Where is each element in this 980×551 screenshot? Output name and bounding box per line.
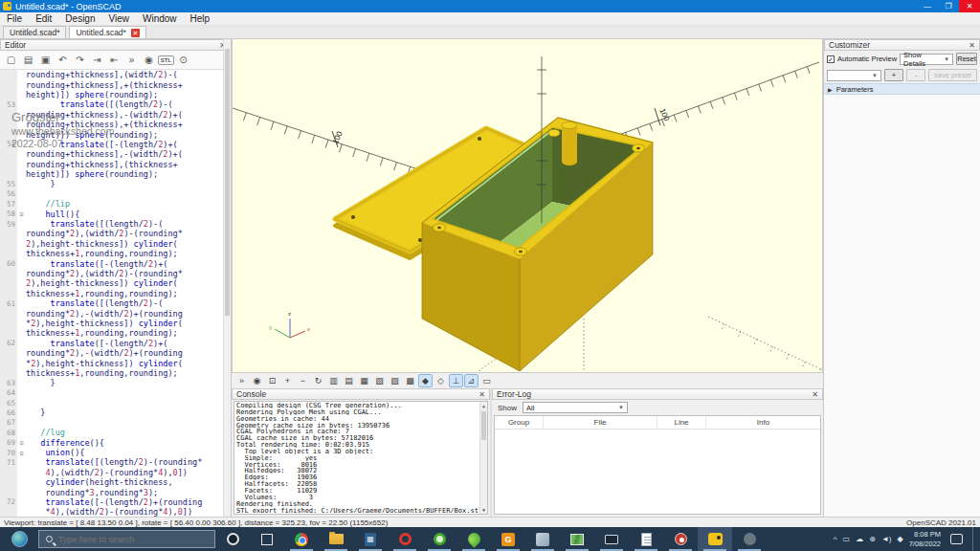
start-button[interactable] [0, 527, 38, 551]
code-line[interactable]: rounding+thickness],(width/2)-(↩ [0, 70, 231, 79]
new-icon[interactable]: ▢ [3, 53, 19, 68]
menu-view[interactable]: View [102, 12, 137, 25]
reset-button[interactable]: Reset [956, 53, 977, 65]
taskbar-icon-app-document[interactable] [629, 527, 663, 551]
code-editor[interactable]: rounding+thickness],(width/2)-(↩rounding… [0, 70, 231, 517]
code-line[interactable]: 67 [0, 418, 231, 428]
code-line[interactable]: *2),height-thickness]) cylinder(↩ [0, 358, 231, 367]
unindent-icon[interactable]: ⇤ [106, 53, 122, 68]
code-line[interactable]: height)]) sphere(rounding); [0, 90, 231, 99]
undo-icon[interactable]: ↶ [55, 53, 71, 68]
code-line[interactable]: 71 translate([(length/2)-(rounding*↩ [0, 457, 231, 467]
show-axes-icon[interactable]: ⊥ [449, 374, 463, 387]
tray-icon[interactable]: ☁ [856, 535, 863, 543]
render-icon[interactable]: ◉ [250, 374, 264, 387]
taskbar-clock[interactable]: 8:08 PM 7/08/2022 [909, 530, 941, 549]
console-output[interactable]: ▲▼ Compiling design (CSG Tree generation… [234, 401, 488, 515]
taskbar-icon-app-gray-3d[interactable] [525, 527, 560, 551]
show-wireframe-icon[interactable]: ◇ [434, 374, 448, 387]
taskbar-search[interactable] [38, 530, 215, 548]
code-line[interactable]: thickness+1,rounding,rounding); [0, 328, 231, 338]
code-line[interactable]: 58⊟ hull(){ [0, 209, 231, 218]
export-image-icon[interactable]: ⊙ [175, 53, 191, 68]
code-line[interactable]: 60 translate([-(length/2)+(↩ [0, 258, 231, 268]
taskbar-icon-opera[interactable] [388, 527, 422, 551]
taskbar-icon-chrome[interactable] [284, 527, 319, 551]
taskbar-icon-cortana[interactable] [215, 527, 250, 551]
tray-icon[interactable]: ▭ [843, 535, 851, 543]
code-line[interactable]: height)]) sphere(rounding); [0, 129, 231, 139]
show-surface-icon[interactable]: ◆ [418, 374, 433, 387]
view-top-icon[interactable]: ▤ [342, 374, 356, 387]
taskbar-icon-app-green-drop[interactable] [457, 527, 491, 551]
3d-viewport[interactable]: 100 100 [232, 39, 823, 373]
preview-icon[interactable]: » [123, 53, 140, 68]
code-line[interactable]: 53 translate([(length/2)-(↩ [0, 99, 231, 109]
code-line[interactable]: 59 translate([(length/2)-(↩ [0, 219, 231, 229]
render-icon[interactable]: ◉ [141, 53, 157, 68]
menu-file[interactable]: File [0, 12, 29, 25]
code-line[interactable]: rounding*2),-(width/2)+(rounding↩ [0, 308, 231, 318]
code-line[interactable]: 68 //lug [0, 428, 231, 437]
view-front-icon[interactable]: ▨ [388, 374, 402, 387]
tray-icon[interactable]: ◆ [897, 535, 902, 543]
code-line[interactable]: rounding+thickness],(thickness+↩ [0, 160, 231, 169]
tray-icon[interactable]: ◄) [881, 535, 892, 543]
code-line[interactable]: rounding+thickness),+(thickness+↩ [0, 120, 231, 129]
show-desktop-button[interactable] [972, 527, 976, 551]
close-button[interactable]: ✕ [959, 0, 980, 12]
parameters-section[interactable]: ▶ Parameters [824, 83, 980, 95]
code-line[interactable]: 63 } [0, 378, 231, 387]
view-back-icon[interactable]: ▩ [403, 374, 417, 387]
reset-view-icon[interactable]: ↻ [311, 374, 325, 387]
code-line[interactable]: 55 } [0, 179, 231, 188]
view-all-icon[interactable]: ▭ [479, 374, 494, 387]
search-input[interactable] [58, 535, 183, 544]
code-line[interactable]: 61 translate([(length/2)-(↩ [0, 298, 231, 308]
code-line[interactable]: 2),height-thickness]) cylinder(↩ [0, 239, 231, 249]
code-line[interactable]: *4),(width/2)-(rounding*4),0])↩ [0, 507, 231, 517]
maximize-button[interactable]: ❐ [938, 0, 959, 12]
taskbar-icon-task-view[interactable] [250, 527, 284, 551]
view-right-icon[interactable]: ▥ [326, 374, 341, 387]
fold-marker-icon[interactable]: ⊟ [17, 437, 26, 447]
console-scrollbar[interactable]: ▲▼ [479, 402, 487, 514]
redo-icon[interactable]: ↷ [72, 53, 88, 68]
menu-design[interactable]: Design [58, 12, 101, 25]
code-line[interactable]: 62 translate([-(length/2)+(↩ [0, 339, 231, 348]
save-preset-button[interactable]: save preset [928, 69, 977, 81]
preview-icon[interactable]: » [234, 374, 249, 387]
detail-level-dropdown[interactable]: Show Details ▼ [900, 54, 953, 65]
view-bottom-icon[interactable]: ▦ [357, 374, 371, 387]
show-scale-markers-icon[interactable]: ⊿ [464, 374, 479, 387]
taskbar-icon-app-monitor[interactable] [594, 527, 629, 551]
indent-icon[interactable]: ⇥ [89, 53, 105, 68]
code-line[interactable]: rounding+thickness],+(thickness+↩ [0, 79, 231, 89]
preset-dropdown[interactable]: ▼ [827, 70, 881, 81]
code-line[interactable]: rounding*2),(width/2)-(rounding*↩ [0, 229, 231, 238]
code-line[interactable]: 57 //lip [0, 199, 231, 209]
taskbar-icon-file-explorer[interactable] [319, 527, 353, 551]
code-line[interactable]: rounding*2),(width/2)-(rounding*↩ [0, 269, 231, 278]
code-line[interactable]: rounding*3,rounding*3); [0, 487, 231, 496]
code-line[interactable]: *2),height-thickness]) cylinder(↩ [0, 319, 231, 328]
add-preset-button[interactable]: + [884, 69, 903, 81]
code-line[interactable]: thickness+1,rounding,rounding); [0, 249, 231, 258]
code-line[interactable]: rounding+thickness],-(width/2)+(↩ [0, 149, 231, 159]
code-line[interactable]: rounding*2),-(width/2)+(rounding↩ [0, 348, 231, 358]
code-line[interactable]: 66 } [0, 408, 231, 417]
error-filter-dropdown[interactable]: All ▼ [523, 402, 628, 413]
code-line[interactable]: 72 translate([-(length/2)+(rounding↩ [0, 497, 231, 507]
code-line[interactable]: 70⊟ union(){ [0, 448, 231, 457]
taskbar-icon-app-green-ring[interactable] [422, 527, 457, 551]
remove-preset-button[interactable]: - [906, 69, 925, 81]
customizer-close-icon[interactable]: ✕ [969, 41, 975, 50]
code-line[interactable]: thickness+1,rounding,rounding); [0, 368, 231, 378]
tab-untitled-2[interactable]: Untitled.scad* ✕ [69, 26, 145, 38]
notification-icon[interactable] [950, 534, 963, 544]
taskbar-icon-calculator[interactable]: ▦ [353, 527, 388, 551]
tray-icon[interactable]: ⊕ [869, 535, 876, 543]
code-line[interactable]: 56 [0, 189, 231, 199]
export-stl-icon[interactable]: STL [158, 55, 174, 65]
minimize-button[interactable]: — [917, 0, 938, 12]
